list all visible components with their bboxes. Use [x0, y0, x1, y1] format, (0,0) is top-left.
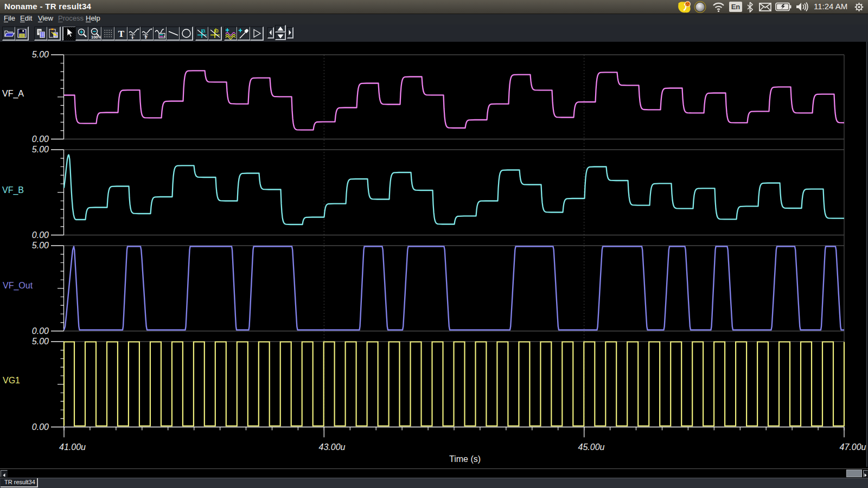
- svg-text:5.00: 5.00: [32, 337, 49, 346]
- svg-text:?: ?: [144, 35, 148, 40]
- svg-text:a: a: [202, 27, 206, 34]
- svg-text:41.00u: 41.00u: [59, 442, 86, 452]
- svg-text:5.00: 5.00: [32, 241, 49, 250]
- svg-text:0.00: 0.00: [32, 134, 49, 144]
- svg-text:5.00: 5.00: [32, 50, 49, 59]
- svg-text:VG1: VG1: [3, 376, 20, 385]
- svg-text:100%: 100%: [91, 35, 101, 40]
- svg-text:VF_B: VF_B: [2, 185, 24, 195]
- svg-text:Time (s): Time (s): [449, 454, 481, 464]
- svg-text:45.00u: 45.00u: [578, 442, 605, 452]
- svg-text:b: b: [215, 27, 219, 34]
- svg-text:T: T: [118, 29, 125, 39]
- svg-text:0.00: 0.00: [32, 230, 49, 240]
- svg-text:VF_A: VF_A: [2, 89, 24, 99]
- svg-text:0.00: 0.00: [32, 422, 49, 432]
- svg-text:0.00: 0.00: [32, 326, 49, 336]
- svg-text:T: T: [131, 36, 134, 40]
- svg-text:5.00: 5.00: [32, 145, 49, 154]
- svg-text:VF_Out: VF_Out: [3, 281, 33, 291]
- svg-text:47.00u: 47.00u: [840, 442, 866, 452]
- svg-text:43.00u: 43.00u: [319, 442, 346, 452]
